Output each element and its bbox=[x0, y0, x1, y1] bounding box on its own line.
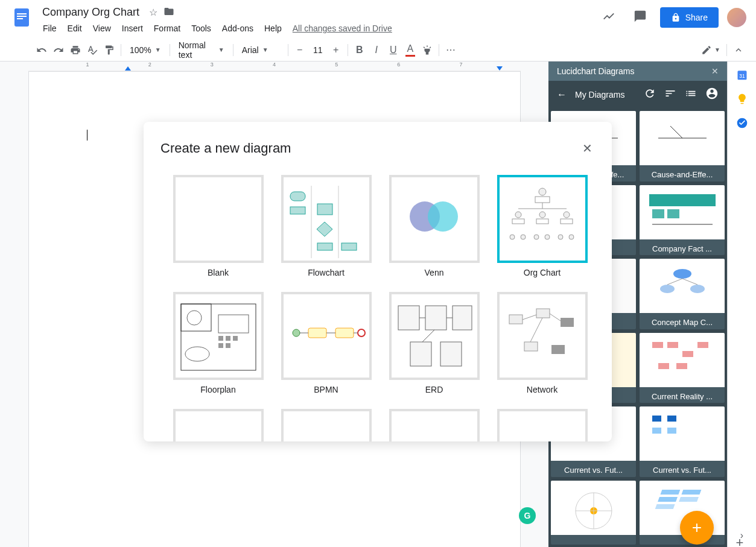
template-bpmn[interactable]: BPMN bbox=[279, 292, 373, 394]
svg-point-73 bbox=[185, 347, 209, 361]
template-item[interactable] bbox=[279, 409, 373, 441]
svg-rect-87 bbox=[425, 306, 446, 330]
style-select[interactable]: Normal text▼ bbox=[174, 38, 229, 62]
header: Company Org Chart ☆ File Edit View Inser… bbox=[0, 0, 756, 39]
more-icon[interactable]: ⋯ bbox=[443, 40, 459, 59]
svg-rect-3 bbox=[17, 18, 23, 19]
menu-tools[interactable]: Tools bbox=[187, 21, 215, 36]
svg-point-66 bbox=[545, 235, 550, 239]
svg-point-71 bbox=[187, 311, 202, 325]
collapse-toolbar-icon[interactable] bbox=[731, 41, 746, 59]
font-size-select[interactable]: 11 bbox=[309, 43, 327, 57]
menu-edit[interactable]: Edit bbox=[63, 21, 86, 36]
svg-point-15 bbox=[690, 285, 705, 293]
svg-rect-54 bbox=[535, 197, 550, 203]
activity-icon[interactable] bbox=[597, 5, 620, 30]
menu-help[interactable]: Help bbox=[260, 21, 286, 36]
font-size-decrease[interactable]: − bbox=[292, 41, 308, 59]
svg-rect-77 bbox=[218, 343, 223, 348]
svg-rect-95 bbox=[536, 309, 550, 318]
svg-line-8 bbox=[670, 126, 682, 138]
svg-point-58 bbox=[539, 212, 545, 218]
calendar-icon[interactable]: 31 bbox=[736, 69, 748, 81]
lucid-diagram-item[interactable]: Cause-and-Effe... bbox=[640, 111, 725, 182]
list-view-icon[interactable] bbox=[685, 87, 697, 102]
text-cursor bbox=[87, 130, 87, 141]
svg-rect-37 bbox=[660, 490, 680, 495]
zoom-select[interactable]: 100%▼ bbox=[125, 43, 166, 57]
lucid-diagram-item[interactable] bbox=[551, 481, 636, 545]
highlight-icon[interactable] bbox=[419, 41, 435, 59]
sort-icon[interactable] bbox=[664, 87, 676, 102]
indent-marker-left[interactable] bbox=[125, 66, 131, 71]
svg-rect-89 bbox=[410, 342, 431, 366]
template-venn[interactable]: Venn bbox=[387, 175, 481, 277]
close-icon[interactable]: ✕ bbox=[580, 139, 595, 158]
svg-rect-96 bbox=[561, 318, 574, 327]
indent-marker-right[interactable] bbox=[497, 66, 503, 71]
tasks-icon[interactable] bbox=[736, 117, 748, 129]
document-title[interactable]: Company Org Chart bbox=[39, 5, 143, 20]
lucid-diagram-item[interactable]: Current Reality ... bbox=[640, 333, 725, 403]
text-color-icon[interactable]: A bbox=[402, 40, 418, 60]
svg-rect-9 bbox=[649, 194, 716, 206]
svg-rect-86 bbox=[398, 306, 419, 330]
save-status[interactable]: All changes saved in Drive bbox=[288, 21, 396, 36]
svg-point-64 bbox=[521, 235, 526, 239]
svg-rect-0 bbox=[14, 8, 29, 27]
star-icon[interactable]: ☆ bbox=[149, 7, 157, 18]
spellcheck-icon[interactable] bbox=[84, 41, 100, 59]
chevron-right-icon[interactable]: › bbox=[740, 530, 743, 541]
account-icon[interactable] bbox=[705, 87, 719, 103]
template-erd[interactable]: ERD bbox=[387, 292, 481, 394]
grammarly-icon[interactable]: G bbox=[519, 507, 536, 524]
svg-rect-23 bbox=[676, 363, 687, 369]
editing-mode-icon[interactable]: ▼ bbox=[699, 41, 723, 59]
print-icon[interactable] bbox=[68, 41, 83, 59]
font-size-increase[interactable]: + bbox=[328, 41, 344, 59]
fab-new-button[interactable]: + bbox=[680, 511, 714, 545]
lucid-diagram-item[interactable]: Concept Map C... bbox=[640, 259, 725, 329]
svg-line-100 bbox=[550, 314, 561, 321]
undo-icon[interactable] bbox=[34, 41, 49, 59]
close-icon[interactable]: ✕ bbox=[711, 66, 719, 76]
svg-rect-60 bbox=[512, 219, 524, 224]
move-folder-icon[interactable] bbox=[164, 6, 174, 19]
template-flowchart[interactable]: Flowchart bbox=[279, 175, 373, 277]
lucid-diagram-item[interactable]: Company Fact ... bbox=[640, 185, 725, 256]
template-item[interactable] bbox=[387, 409, 481, 441]
menu-file[interactable]: File bbox=[39, 21, 61, 36]
font-select[interactable]: Arial▼ bbox=[237, 43, 284, 57]
menu-format[interactable]: Format bbox=[150, 21, 185, 36]
keep-icon[interactable] bbox=[736, 93, 748, 105]
template-item[interactable] bbox=[171, 409, 265, 441]
menu-insert[interactable]: Insert bbox=[118, 21, 147, 36]
template-blank[interactable]: Blank bbox=[171, 175, 265, 277]
share-button[interactable]: Share bbox=[660, 7, 719, 28]
ruler[interactable]: 1234567 bbox=[28, 62, 521, 71]
template-org-chart[interactable]: Org Chart bbox=[495, 175, 589, 277]
toolbar: 100%▼ Normal text▼ Arial▼ − 11 + B I U A… bbox=[0, 39, 756, 62]
template-floorplan[interactable]: Floorplan bbox=[171, 292, 265, 394]
svg-point-14 bbox=[660, 285, 675, 293]
comments-icon[interactable] bbox=[629, 5, 652, 30]
svg-rect-88 bbox=[453, 306, 472, 330]
svg-rect-2 bbox=[17, 16, 27, 17]
menu-view[interactable]: View bbox=[89, 21, 115, 36]
refresh-icon[interactable] bbox=[644, 87, 656, 102]
svg-rect-48 bbox=[290, 207, 305, 214]
italic-icon[interactable]: I bbox=[369, 41, 384, 59]
underline-icon[interactable]: U bbox=[386, 41, 401, 59]
svg-rect-62 bbox=[561, 219, 573, 224]
template-item[interactable] bbox=[495, 409, 589, 441]
lucid-diagram-item[interactable]: Current vs. Fut... bbox=[640, 406, 725, 477]
docs-logo[interactable] bbox=[10, 5, 34, 29]
redo-icon[interactable] bbox=[51, 41, 66, 59]
paint-format-icon[interactable] bbox=[101, 41, 117, 59]
svg-rect-94 bbox=[509, 315, 523, 324]
back-arrow-icon[interactable]: ← bbox=[557, 89, 567, 100]
user-avatar[interactable] bbox=[727, 8, 746, 27]
bold-icon[interactable]: B bbox=[352, 41, 367, 59]
template-network[interactable]: Network bbox=[495, 292, 589, 394]
menu-addons[interactable]: Add-ons bbox=[218, 21, 258, 36]
